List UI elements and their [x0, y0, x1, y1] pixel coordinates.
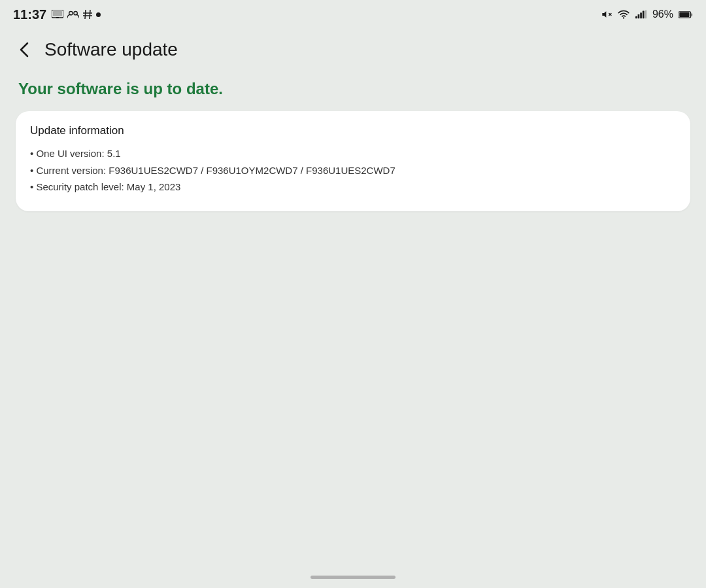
svg-rect-15: [643, 11, 645, 19]
svg-rect-12: [635, 16, 637, 19]
svg-rect-19: [691, 13, 692, 16]
svg-rect-2: [56, 17, 59, 18]
status-time: 11:37: [13, 7, 46, 22]
svg-rect-16: [645, 10, 647, 19]
media-icon: [52, 10, 63, 19]
info-item: • Current version: F936U1UES2CWD7 / F936…: [30, 162, 676, 179]
notification-dot: [96, 12, 101, 17]
mute-icon: [601, 9, 612, 20]
svg-rect-1: [53, 11, 62, 16]
svg-line-6: [90, 10, 90, 19]
page-title: Software update: [44, 39, 178, 60]
status-bar: 11:37: [0, 0, 706, 29]
info-items: • One UI version: 5.1• Current version: …: [30, 145, 676, 196]
back-arrow-icon: [18, 41, 32, 59]
info-item: • One UI version: 5.1: [30, 145, 676, 162]
info-card: Update information • One UI version: 5.1…: [16, 111, 690, 211]
signal-icon: [635, 10, 647, 19]
svg-point-11: [623, 17, 624, 18]
status-left: 11:37: [13, 7, 101, 22]
svg-rect-14: [640, 12, 642, 18]
battery-icon: [679, 10, 693, 19]
status-icons: [52, 10, 101, 19]
info-item: • Security patch level: May 1, 2023: [30, 179, 676, 196]
status-headline: Your software is up to date.: [16, 80, 690, 98]
svg-rect-18: [679, 12, 689, 17]
battery-percentage: 96%: [652, 9, 673, 20]
status-right: 96%: [601, 9, 693, 20]
wifi-icon: [617, 10, 630, 19]
slack-icon: [83, 10, 92, 19]
bottom-handle: [311, 576, 395, 579]
header: Software update: [0, 29, 706, 75]
svg-rect-13: [638, 14, 640, 18]
contacts-icon: [67, 10, 79, 19]
main-content: Your software is up to date. Update info…: [0, 75, 706, 227]
back-button[interactable]: [10, 35, 39, 64]
info-card-title: Update information: [30, 124, 676, 137]
svg-line-5: [85, 10, 86, 19]
